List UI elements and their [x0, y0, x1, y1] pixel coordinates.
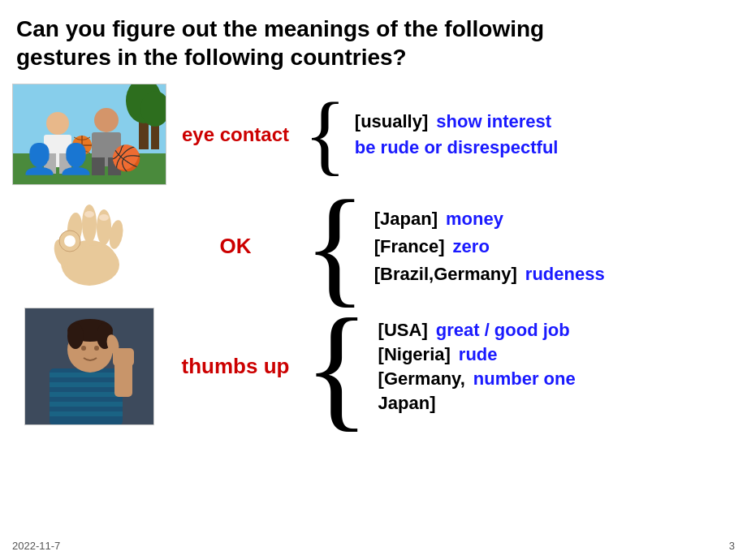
- svg-point-39: [81, 346, 86, 351]
- gesture-row-eye-contact: eye contact { [usually] show interest be…: [8, 84, 739, 185]
- ok-meaning-3: [Brazil,Germany] rudeness: [374, 264, 605, 285]
- svg-rect-1: [13, 153, 166, 185]
- svg-rect-33: [50, 402, 123, 407]
- gesture-row-ok: OK { [Japan] money [France] zero [Brazil…: [8, 193, 739, 299]
- meaning-rudeness: rudeness: [525, 264, 605, 285]
- svg-point-26: [84, 211, 94, 218]
- footer-date: 2022-11-7: [12, 540, 60, 552]
- thumbs-up-brace: {: [304, 312, 370, 422]
- eye-contact-brace: {: [304, 97, 347, 173]
- ok-meanings: [Japan] money [France] zero [Brazil,Germ…: [369, 209, 605, 285]
- country-usa: [USA]: [378, 320, 428, 341]
- thumbs-meaning-1: [USA] great / good job: [378, 320, 576, 341]
- meaning-great: great / good job: [436, 320, 570, 341]
- meaning-money: money: [446, 209, 503, 230]
- meaning-line-2: be rude or disrespectful: [355, 137, 559, 158]
- country-brazil-germany: [Brazil,Germany]: [374, 264, 517, 285]
- meaning-number-one: number one: [473, 368, 576, 390]
- svg-point-10: [94, 108, 119, 132]
- svg-point-21: [64, 235, 76, 247]
- meaning-rude: be rude or disrespectful: [355, 137, 559, 158]
- country-japan: [Japan]: [374, 209, 438, 230]
- svg-rect-8: [44, 153, 56, 174]
- svg-point-6: [46, 112, 69, 135]
- meaning-zero: zero: [453, 236, 490, 257]
- gesture-row-thumbs-up: thumbs up { [USA] great / good job [Nige…: [8, 308, 739, 425]
- thumbs-up-meanings: [USA] great / good job [Nigeria] rude [G…: [374, 320, 576, 414]
- ok-brace: {: [304, 193, 366, 299]
- country-nigeria: [Nigeria]: [378, 344, 451, 365]
- thumbs-up-label: thumbs up: [171, 354, 300, 379]
- svg-rect-34: [50, 411, 123, 416]
- country-france: [France]: [374, 236, 445, 257]
- title: Can you figure out the meanings of the f…: [0, 0, 747, 80]
- svg-rect-32: [50, 392, 123, 397]
- thumbs-up-image: [8, 308, 171, 425]
- thumbsup-person-image: [24, 308, 154, 425]
- country-usually: [usually]: [355, 111, 428, 132]
- svg-point-22: [82, 205, 97, 243]
- basketball-image: [12, 84, 166, 185]
- eye-contact-image: [8, 84, 171, 185]
- svg-point-37: [67, 323, 84, 349]
- ok-meaning-1: [Japan] money: [374, 209, 605, 230]
- ok-meaning-2: [France] zero: [374, 236, 605, 257]
- country-germany: [Germany,: [378, 368, 465, 390]
- meaning-show-interest: show interest: [436, 111, 551, 132]
- svg-rect-13: [108, 157, 121, 175]
- meaning-line-1: [usually] show interest: [355, 111, 559, 132]
- svg-rect-30: [50, 373, 123, 377]
- ok-image: [8, 198, 171, 295]
- svg-rect-12: [92, 157, 105, 175]
- meaning-rude: rude: [459, 344, 498, 365]
- svg-rect-9: [59, 153, 71, 174]
- svg-point-25: [67, 245, 119, 284]
- thumbs-meaning-4: Japan]: [378, 393, 576, 414]
- svg-rect-31: [50, 382, 123, 387]
- thumbs-meaning-3: [Germany, number one: [378, 368, 576, 390]
- eye-contact-label: eye contact: [171, 123, 300, 146]
- eye-contact-meanings: [usually] show interest be rude or disre…: [350, 111, 559, 158]
- ok-label: OK: [171, 234, 300, 259]
- svg-rect-7: [44, 135, 71, 167]
- ok-gesture-image: [41, 198, 138, 295]
- svg-point-40: [94, 346, 99, 351]
- footer-page: 3: [729, 540, 735, 552]
- country-japan-continued: Japan]: [378, 393, 436, 414]
- thumbs-meaning-2: [Nigeria] rude: [378, 344, 576, 365]
- svg-point-27: [99, 214, 109, 221]
